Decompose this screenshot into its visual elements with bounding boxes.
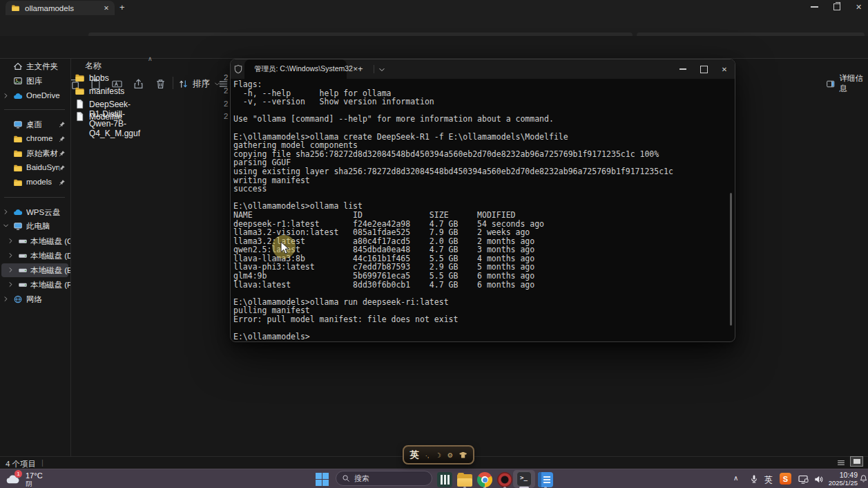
ime-settings-gear-icon[interactable]: ⚙ [447,451,454,459]
terminal-maximize-button[interactable] [692,59,715,79]
notification-bell-icon[interactable] [859,474,868,483]
folder-icon [11,3,20,12]
taskbar-notes-app[interactable] [538,472,553,487]
drive-icon [18,236,28,246]
explorer-tab[interactable]: ollamamodels ✕ [6,1,115,15]
sidebar-item-gallery[interactable]: 图库 [0,74,69,88]
terminal-minimize-button[interactable] [671,59,695,79]
sidebar-item-onedrive[interactable]: OneDrive [0,89,69,103]
sort-button[interactable]: 排序 [178,75,220,92]
sidebar-item-drive-c[interactable]: 本地磁盘 (C:) [0,234,69,248]
mouse-cursor [280,241,290,255]
taskbar-chrome[interactable] [477,472,492,487]
weather-temperature: 17°C [26,472,43,480]
speaker-icon[interactable] [813,474,824,485]
sidebar-item-this-pc[interactable]: 此电脑 [0,219,69,233]
terminal-close-button[interactable]: ✕ [713,59,736,79]
terminal-dropdown-icon[interactable] [378,66,385,73]
sidebar-item-drive-f[interactable]: 本地磁盘 (F:) [0,278,69,292]
tray-expand-chevron[interactable]: ∧ [733,474,738,482]
admin-shield-icon [233,64,243,74]
weather-widget[interactable]: 1 17°C 阴 [4,470,80,488]
terminal-window[interactable]: 管理员: C:\Windows\System32 ✕ + ✕ Flags: -h… [230,59,735,342]
folder-icon [75,86,85,96]
drive-icon [18,265,28,275]
ime-language-indicator[interactable]: 英 [410,449,419,461]
red-circle-app-icon [497,472,512,487]
start-button[interactable] [316,473,329,486]
folder-icon [13,149,23,158]
large-icons-view-toggle[interactable] [850,456,863,467]
details-pane-label: 详细信息 [840,73,868,94]
taskbar-file-explorer[interactable] [457,473,472,487]
terminal-tab-divider [374,65,374,73]
sidebar-item-network[interactable]: 网络 [0,292,69,306]
sidebar-item-wps-cloud[interactable]: WPS云盘 [0,205,69,219]
ime-punctuation-icon[interactable]: ·, [425,451,430,459]
folder-icon [75,73,85,83]
share-button[interactable] [133,75,144,92]
pin-icon [59,121,66,128]
drive-icon [18,251,28,261]
sidebar-item-baidusyncdisk[interactable]: BaiduSyncdisk [0,161,69,175]
taskbar-search-placeholder: 搜索 [354,473,369,484]
view-toggle-thumb [853,459,860,464]
ime-skin-icon[interactable] [459,452,467,458]
tray-language-indicator[interactable]: 英 [764,474,773,486]
document-icon [75,99,85,109]
terminal-app-icon: >_ [517,471,532,487]
terminal-tab[interactable]: 管理员: C:\Windows\System32 ✕ [244,59,347,79]
sidebar-item-label: 本地磁盘 (E:) [30,265,70,276]
new-tab-button[interactable]: + [119,2,125,12]
details-pane-button[interactable]: 详细信息 [826,75,868,92]
sidebar-item-raw-material[interactable]: 原始素材 [0,147,69,160]
taskbar-record-app[interactable] [497,472,512,487]
ime-toolbar[interactable]: 英 ·, ☽ ⚙ [403,445,474,464]
file-modified-partial: 2 [224,86,230,95]
taskbar-app-grid[interactable] [437,472,452,487]
chevron-right-icon [3,209,9,215]
details-view-toggle[interactable] [836,458,846,467]
taskbar-clock[interactable]: 10:49 2025/1/25 [826,471,858,487]
trash-icon [155,78,166,90]
sidebar-item-desktop[interactable]: 桌面 [0,118,69,131]
terminal-title-bar[interactable]: 管理员: C:\Windows\System32 ✕ + ✕ [231,59,735,79]
weather-alert-badge: 1 [15,470,22,478]
sidebar-item-label: 本地磁盘 (C:) [30,236,70,247]
delete-button[interactable] [155,75,166,92]
explorer-tab-bar: ollamamodels ✕ + ✕ [0,0,868,15]
explorer-address-bar: ← → ↑ › 此电脑 › 本地磁盘 (E:) › ollamamodels › [0,15,868,36]
terminal-new-tab-button[interactable]: + [358,64,363,74]
window-close-button[interactable]: ✕ [856,3,862,11]
chevron-right-icon [8,238,14,244]
microphone-icon[interactable] [749,474,759,484]
pane-splitter[interactable] [70,59,71,456]
sidebar-item-drive-d[interactable]: 本地磁盘 (D:) [0,249,69,263]
column-header-name[interactable]: 名称 [85,60,102,72]
sidebar-item-home[interactable]: 主文件夹 [0,59,69,73]
folder-icon [13,163,23,173]
pin-icon [59,135,66,142]
cast-display-icon[interactable] [798,473,809,485]
pin-icon [59,179,66,186]
taskbar-terminal-active-pill[interactable]: >_ [513,470,535,488]
ime-night-mode-icon[interactable]: ☽ [435,451,441,459]
sidebar-item-models[interactable]: models [0,176,69,189]
sidebar-item-label: 图库 [26,76,42,86]
terminal-scrollbar[interactable] [730,193,732,326]
document-icon [75,111,85,122]
window-minimize-button[interactable] [811,6,818,8]
sogou-input-icon[interactable]: S [780,473,791,485]
terminal-output[interactable]: Flags: -h, --help help for ollama -v, --… [233,80,673,341]
sidebar-item-drive-e[interactable]: 本地磁盘 (E:) [1,263,68,277]
sidebar-item-label: chrome [26,134,52,142]
search-icon [342,474,350,482]
sidebar-item-chrome[interactable]: chrome [0,132,69,146]
taskbar-search[interactable]: 搜索 [336,471,432,486]
share-icon [133,78,144,90]
tab-close-icon[interactable]: ✕ [104,4,109,12]
clock-date: 2025/1/25 [826,479,858,487]
sidebar-item-label: 本地磁盘 (F:) [30,280,70,290]
folder-icon [13,178,23,187]
status-divider: | [41,458,44,467]
